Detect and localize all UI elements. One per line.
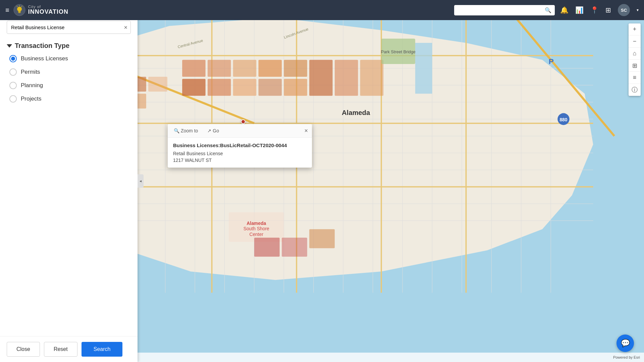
- svg-rect-45: [182, 60, 205, 77]
- svg-rect-54: [284, 79, 307, 96]
- radio-projects-indicator[interactable]: [9, 95, 17, 103]
- info-button[interactable]: ⓘ: [629, 84, 641, 96]
- go-icon: ↗: [207, 128, 211, 133]
- sidebar-panel: Keyword Search × Transaction Type Busine…: [0, 0, 138, 362]
- basemap-button[interactable]: ≡: [629, 72, 641, 84]
- radio-permits-indicator[interactable]: [9, 68, 17, 76]
- map-pin-icon[interactable]: 📍: [590, 6, 599, 14]
- clear-search-button[interactable]: ×: [124, 24, 127, 31]
- svg-text:Alameda: Alameda: [342, 109, 370, 116]
- popup-title: Business Licenses:BusLicRetail-OCT2020-0…: [173, 142, 307, 148]
- radio-planning-indicator[interactable]: [9, 82, 17, 89]
- radio-planning-label: Planning: [21, 82, 43, 89]
- search-input-wrapper: ×: [7, 21, 131, 34]
- svg-rect-53: [259, 79, 282, 96]
- chat-icon: 💬: [621, 339, 630, 348]
- header-search-input[interactable]: [458, 7, 542, 13]
- layers-button[interactable]: ⊞: [629, 60, 641, 72]
- radio-planning[interactable]: Planning: [9, 82, 131, 89]
- radio-permits-label: Permits: [21, 69, 40, 75]
- svg-rect-2: [18, 11, 21, 12]
- radio-business-label: Business Licenses: [21, 55, 68, 62]
- svg-text:Center: Center: [249, 232, 263, 237]
- header-search-box[interactable]: 🔍: [454, 5, 555, 15]
- hamburger-menu-icon[interactable]: ≡: [5, 6, 9, 14]
- svg-rect-74: [282, 238, 307, 257]
- chart-icon[interactable]: 📊: [575, 6, 584, 14]
- go-button[interactable]: ↗ Go: [205, 127, 221, 135]
- svg-rect-60: [415, 43, 432, 94]
- sidebar-content: Keyword Search × Transaction Type Busine…: [0, 0, 138, 336]
- svg-rect-50: [233, 79, 256, 96]
- keyword-search-input[interactable]: [7, 21, 131, 34]
- svg-rect-3: [18, 12, 20, 13]
- map-popup: 🔍 Zoom to ↗ Go × Business Licenses:BusLi…: [168, 124, 312, 168]
- radio-permits[interactable]: Permits: [9, 68, 131, 76]
- transaction-type-title: Transaction Type: [15, 42, 69, 50]
- radio-business-licenses[interactable]: Business Licenses: [9, 55, 131, 62]
- zoom-to-button[interactable]: 🔍 Zoom to: [172, 127, 200, 135]
- header-left: ≡ City of INNOVATION: [5, 4, 454, 16]
- chat-button[interactable]: 💬: [616, 335, 634, 352]
- svg-text:P: P: [549, 57, 554, 66]
- logo-innovation-text: INNOVATION: [28, 9, 68, 15]
- zoom-in-button[interactable]: +: [629, 23, 641, 36]
- home-button[interactable]: ⌂: [629, 48, 641, 60]
- logo-text: City of INNOVATION: [28, 5, 68, 15]
- popup-close-button[interactable]: ×: [304, 127, 308, 134]
- sidebar-footer: Close Reset Search: [0, 336, 138, 362]
- logo-bulb-icon: [13, 4, 25, 16]
- reset-button[interactable]: Reset: [44, 342, 77, 357]
- popup-toolbar: 🔍 Zoom to ↗ Go ×: [168, 124, 312, 138]
- radio-projects[interactable]: Projects: [9, 95, 131, 103]
- svg-text:South Shore: South Shore: [244, 226, 269, 231]
- svg-rect-46: [208, 60, 231, 77]
- svg-rect-47: [233, 60, 256, 77]
- header-icons: 🔔 📊 📍 ⊞ SC ▾: [560, 4, 639, 16]
- popup-type: Retail Business License: [173, 151, 307, 156]
- svg-rect-57: [360, 60, 383, 96]
- svg-rect-73: [254, 238, 280, 257]
- radio-business-indicator[interactable]: [9, 55, 17, 62]
- collapse-triangle-icon[interactable]: [7, 44, 12, 48]
- logo-area: City of INNOVATION: [13, 4, 68, 16]
- popup-address: 1217 WALNUT ST: [173, 158, 307, 163]
- svg-rect-51: [259, 60, 282, 77]
- zoom-out-button[interactable]: −: [629, 36, 641, 48]
- svg-rect-49: [208, 79, 231, 96]
- user-avatar[interactable]: SC: [618, 4, 630, 16]
- svg-rect-55: [309, 60, 332, 96]
- popup-body: Business Licenses:BusLicRetail-OCT2020-0…: [168, 138, 312, 168]
- zoom-icon: 🔍: [174, 128, 179, 133]
- zoom-to-label: Zoom to: [181, 128, 198, 133]
- header-search-icon[interactable]: 🔍: [545, 7, 551, 13]
- svg-text:Park Street Bridge: Park Street Bridge: [381, 50, 416, 54]
- transaction-type-header: Transaction Type: [7, 42, 131, 50]
- svg-rect-52: [284, 60, 307, 77]
- svg-text:Alameda: Alameda: [247, 221, 266, 226]
- svg-text:880: 880: [559, 117, 567, 122]
- map-powered-by: Powered by Esri: [613, 355, 640, 359]
- transaction-type-radio-group: Business Licenses Permits Planning Proje…: [7, 55, 131, 103]
- grid-icon[interactable]: ⊞: [605, 6, 611, 14]
- go-label: Go: [213, 128, 219, 133]
- header: ≡ City of INNOVATION 🔍 🔔 📊 📍 ⊞ SC: [0, 0, 644, 20]
- close-button[interactable]: Close: [7, 342, 40, 357]
- search-button[interactable]: Search: [82, 342, 123, 357]
- notification-icon[interactable]: 🔔: [560, 6, 569, 14]
- map-controls: + − ⌂ ⊞ ≡ ⓘ: [629, 23, 641, 96]
- radio-projects-label: Projects: [21, 96, 41, 102]
- map-pin[interactable]: [241, 119, 246, 124]
- avatar-dropdown-icon[interactable]: ▾: [637, 8, 639, 12]
- svg-rect-48: [182, 79, 205, 96]
- svg-rect-69: [148, 77, 167, 92]
- svg-point-1: [17, 7, 22, 11]
- sidebar-toggle[interactable]: ◂: [138, 174, 144, 188]
- svg-rect-75: [309, 229, 335, 248]
- svg-rect-56: [335, 60, 358, 96]
